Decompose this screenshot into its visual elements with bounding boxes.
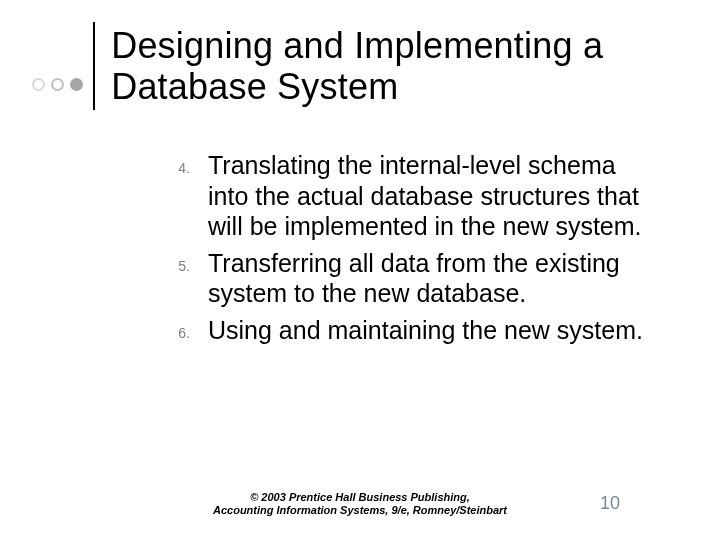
list-item: 6. Using and maintaining the new system. <box>150 315 660 346</box>
title-row: Designing and Implementing a Database Sy… <box>32 22 690 110</box>
title-bullets-decoration <box>32 78 83 91</box>
page-number: 10 <box>600 493 620 514</box>
circle-icon <box>70 78 83 91</box>
footer-line-1: © 2003 Prentice Hall Business Publishing… <box>250 491 470 503</box>
list-number: 4. <box>150 150 208 242</box>
slide: Designing and Implementing a Database Sy… <box>0 0 720 540</box>
list-text: Transferring all data from the existing … <box>208 248 660 309</box>
list-number: 5. <box>150 248 208 309</box>
footer-line-2: Accounting Information Systems, 9/e, Rom… <box>213 504 507 516</box>
footer-text: © 2003 Prentice Hall Business Publishing… <box>213 491 507 519</box>
list-text: Using and maintaining the new system. <box>208 315 660 346</box>
circle-icon <box>32 78 45 91</box>
body-list: 4. Translating the internal-level schema… <box>150 150 660 351</box>
list-number: 6. <box>150 315 208 346</box>
slide-title: Designing and Implementing a Database Sy… <box>111 25 690 108</box>
list-item: 4. Translating the internal-level schema… <box>150 150 660 242</box>
circle-icon <box>51 78 64 91</box>
vertical-rule <box>93 22 95 110</box>
list-item: 5. Transferring all data from the existi… <box>150 248 660 309</box>
list-text: Translating the internal-level schema in… <box>208 150 660 242</box>
